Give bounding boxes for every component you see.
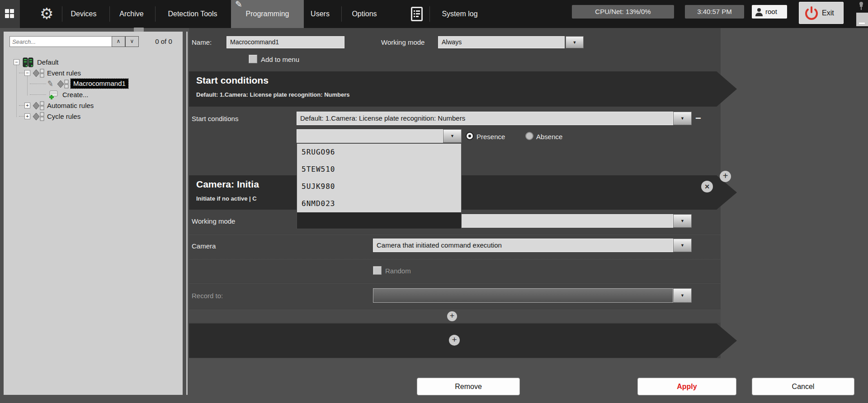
tab-programming[interactable]: ✎ Programming [231,0,304,28]
panel-splitter-handle[interactable] [134,28,144,32]
search-next-button[interactable]: ∨ [125,36,139,47]
minimize-icon [859,23,865,24]
section-subtitle: Default: 1.Camera: License plate recogni… [196,91,350,98]
tree-item-cycle-rules[interactable]: + Cycle rules [4,111,183,122]
tree-item-label: Create... [62,90,89,99]
list-item[interactable]: 5TEW510 [297,161,461,178]
list-item[interactable]: 5RUGO96 [297,144,461,161]
dropdown-arrow-icon: ▼ [680,293,684,298]
exit-button[interactable]: Exit [799,2,844,24]
apply-button[interactable]: Apply [637,378,736,395]
add-action-button[interactable]: + [449,335,460,346]
presence-radio[interactable] [466,132,474,140]
name-input[interactable]: Macrocommand1 [226,36,344,48]
tree-item-label: Cycle rules [47,112,80,121]
condition-dropdown-button[interactable]: ▼ [673,112,692,125]
search-input[interactable] [9,36,113,47]
menu-item-devices[interactable]: Devices [67,0,100,28]
tree-item-event-rules[interactable]: − Event rules [4,68,183,79]
tree-item-create[interactable]: Create... [4,89,183,100]
add-row-button[interactable]: + [447,311,457,321]
dropdown-arrow-icon: ▼ [680,116,684,121]
absence-label: Absence [536,133,562,141]
plus-icon: + [723,171,728,181]
user-badge[interactable]: root [752,5,787,19]
tree-item-label: Default [37,58,59,67]
exit-label: Exit [822,2,840,23]
random-label: Random [385,267,411,275]
tree-expand-toggle[interactable]: − [24,70,30,76]
menu-separator [429,6,430,22]
list-item[interactable]: 5UJK980 [297,178,461,195]
remove-button[interactable]: Remove [417,378,520,395]
menu-separator [109,6,110,22]
search-prev-button[interactable]: ∧ [112,36,125,47]
record-to-dropdown-button[interactable]: ▼ [673,288,692,303]
remove-condition-button[interactable]: − [695,112,701,125]
macro-icon [57,80,69,89]
random-checkbox[interactable] [373,266,382,275]
camera-select[interactable]: Camera that initiated command execution [373,239,673,252]
camera-action-header: Camera: Initia Initiate if no active | C [189,175,737,210]
start-conditions-label: Start conditions [192,115,238,122]
rules-icon [33,101,44,110]
plate-dropdown-list: 5RUGO96 5TEW510 5UJK980 6NMD023 [297,143,462,229]
menu-separator [341,6,342,22]
close-icon: ✕ [704,183,710,190]
tree-item-macrocommand1[interactable]: ✎ Macrocommand1 [4,79,183,89]
clock-badge: 3:40:57 PM [685,5,744,19]
section-title: Start conditions [196,75,269,86]
plate-combo-dropdown-button[interactable]: ▼ [443,129,462,143]
minimize-button[interactable] [856,13,868,26]
search-result-count: 0 of 0 [147,36,180,47]
add-to-menu-checkbox[interactable] [249,55,257,63]
tree-expand-toggle[interactable]: − [14,59,19,65]
add-row-bar: + [189,310,721,323]
tree-item-default[interactable]: − Default [4,57,183,68]
name-label: Name: [192,38,212,46]
record-to-select[interactable] [373,288,673,303]
plate-combo-input[interactable] [297,129,443,143]
sidebar: ∧ ∨ 0 of 0 − Default − [4,32,183,395]
dropdown-arrow-icon: ▼ [450,134,454,138]
action-working-mode-dropdown-button[interactable]: ▼ [673,214,692,228]
section-subtitle: Initiate if no active | C [196,195,257,202]
system-log-icon[interactable] [411,7,423,21]
working-mode-dropdown-button[interactable]: ▼ [566,36,584,48]
camera-dropdown-button[interactable]: ▼ [673,239,692,252]
section-title: Camera: Initia [196,179,259,190]
tab-programming-label: Programming [231,0,304,28]
tree-item-automatic-rules[interactable]: + Automatic rules [4,100,183,111]
pin-icon[interactable] [858,1,865,10]
working-mode-select[interactable]: Always [438,36,565,48]
absence-radio[interactable] [525,132,533,140]
presence-label: Presence [476,133,505,141]
condition-select[interactable]: Default: 1.Camera: License plate recogni… [297,112,673,125]
plus-icon: + [450,311,455,320]
action-working-mode-label: Working mode [192,217,235,225]
gear-icon[interactable]: ⚙ [40,5,53,23]
menu-separator [155,6,156,22]
record-to-label: Record to: [192,292,223,300]
menu-item-detection-tools[interactable]: Detection Tools [161,0,224,28]
tree-expand-toggle[interactable]: + [24,113,30,119]
menu-item-system-log[interactable]: System log [435,0,485,28]
sidebar-splitter[interactable] [186,32,188,395]
list-item-empty-selected[interactable] [297,212,461,229]
close-action-button[interactable]: ✕ [701,181,713,192]
menu-item-users[interactable]: Users [307,0,334,28]
rules-icon [33,69,44,78]
start-conditions-header: Start conditions Default: 1.Camera: Lice… [189,71,737,107]
menu-item-archive[interactable]: Archive [114,0,149,28]
user-icon [755,7,763,16]
dropdown-arrow-icon: ▼ [680,219,684,223]
cancel-button[interactable]: Cancel [752,378,854,395]
user-name: root [765,5,785,19]
app-menu-button[interactable] [0,0,20,28]
rules-icon [33,112,44,121]
tree-expand-toggle[interactable]: + [24,103,30,108]
add-section-button[interactable]: + [720,171,731,182]
list-item[interactable]: 6NMD023 [297,195,461,212]
row-divider [189,258,721,259]
menu-item-options[interactable]: Options [346,0,382,28]
